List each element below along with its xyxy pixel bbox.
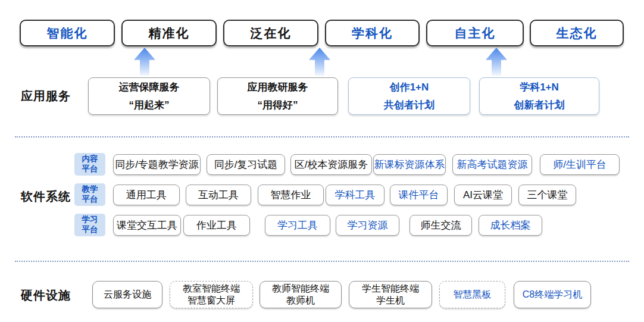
app-box-line1: 学科1+N — [520, 80, 559, 94]
software-box: 新高考试题资源 — [452, 154, 532, 175]
app-box-line1: 应用教研服务 — [248, 80, 308, 94]
trend-label: 泛在化 — [251, 25, 292, 42]
software-box-label: 师生交流 — [421, 218, 461, 232]
software-box-label: 互动工具 — [198, 188, 239, 202]
software-box: 区/校本资源服务 — [290, 154, 372, 175]
app-box-line1: 创作1+N — [390, 80, 429, 94]
hw-box-line1: C8终端学习机 — [523, 289, 582, 301]
app-box-line2: 创新者计划 — [514, 98, 565, 112]
app-service-box-3: 创作1+N 共创者计划 — [348, 77, 470, 115]
software-box: 作业工具 — [183, 215, 250, 236]
app-box-line2: 共创者计划 — [384, 98, 434, 112]
trend-label: 自主化 — [455, 25, 496, 42]
tag-line2: 平台 — [82, 225, 98, 235]
software-box-label: 同步/复习试题 — [214, 158, 278, 171]
trend-label: 精准化 — [149, 25, 190, 42]
trend-box-3: 泛在化 — [223, 20, 318, 46]
section-label-software: 软件系统 — [21, 189, 71, 205]
app-box-line1: 运营保障服务 — [119, 80, 180, 94]
software-box: 智慧作业 — [258, 185, 324, 205]
hw-box-line2: 智慧窗大屏 — [187, 295, 235, 307]
trend-label: 学科化 — [352, 25, 393, 42]
hardware-box-4: 学生智能终端 学生机 — [349, 281, 432, 308]
trend-label: 智能化 — [47, 25, 88, 42]
software-box-label: 课堂交互工具 — [117, 218, 177, 232]
section-divider — [15, 261, 629, 262]
hw-box-line1: 教师智能终端 — [272, 283, 329, 295]
tag-line1: 学习 — [82, 215, 98, 225]
hardware-box-6: C8终端学习机 — [514, 281, 591, 308]
trend-box-2: 精准化 — [121, 20, 217, 46]
software-box-label: 区/校本资源服务 — [295, 158, 368, 171]
hw-box-line1: 云服务设施 — [104, 289, 151, 301]
software-box-label: 学科工具 — [335, 188, 376, 202]
software-box-label: 新高考试题资源 — [457, 158, 528, 171]
software-box-label: 同步/专题教学资源 — [115, 158, 199, 171]
hw-box-line1: 学生智能终端 — [362, 283, 419, 295]
software-box: 通用工具 — [113, 185, 180, 205]
tag-line1: 内容 — [82, 154, 98, 164]
software-box: 三个课堂 — [518, 185, 576, 205]
hw-box-line1: 教室智能终端 — [183, 283, 240, 295]
platform-tag-teaching: 教学 平台 — [74, 183, 105, 206]
section-label-hardware: 硬件设施 — [21, 287, 71, 304]
up-arrow-icon — [486, 48, 507, 76]
tag-line1: 教学 — [82, 185, 98, 195]
architecture-diagram: 智能化 精准化 泛在化 学科化 自主化 生态化 应用服务 运营保障服务 “用起来… — [0, 0, 644, 322]
software-box-label: 师/生训平台 — [553, 158, 607, 171]
software-box: AI云课堂 — [454, 185, 512, 205]
software-box: 师/生训平台 — [540, 154, 620, 175]
trend-label: 生态化 — [557, 25, 598, 42]
hw-box-line2: 学生机 — [376, 295, 405, 307]
app-service-box-1: 运营保障服务 “用起来” — [88, 77, 210, 115]
platform-tag-learning: 学习 平台 — [74, 214, 105, 236]
software-box: 课堂交互工具 — [113, 215, 181, 236]
section-label-app-services: 应用服务 — [21, 88, 71, 104]
software-box: 学习工具 — [265, 215, 330, 236]
section-divider — [15, 136, 629, 137]
software-box: 成长档案 — [479, 215, 542, 236]
software-box-label: 学习资源 — [348, 218, 388, 232]
software-box-label: AI云课堂 — [463, 188, 503, 202]
app-box-line2: “用得好” — [258, 98, 298, 112]
platform-tag-content: 内容 平台 — [74, 153, 105, 176]
software-box: 同步/复习试题 — [207, 154, 285, 175]
hardware-box-1: 云服务设施 — [92, 281, 162, 308]
software-box: 课件平台 — [390, 185, 448, 205]
software-box-label: 课件平台 — [399, 188, 439, 202]
software-box: 学科工具 — [326, 185, 384, 205]
tag-line2: 平台 — [82, 195, 98, 205]
up-arrow-icon — [309, 48, 330, 76]
software-box-label: 作业工具 — [196, 218, 237, 232]
software-box-label: 新课标资源体系 — [374, 158, 445, 171]
app-service-box-4: 学科1+N 创新者计划 — [479, 77, 599, 115]
software-box: 互动工具 — [186, 185, 251, 205]
software-box-label: 学习工具 — [277, 218, 318, 232]
app-service-box-2: 应用教研服务 “用得好” — [217, 77, 338, 115]
software-box-label: 成长档案 — [490, 218, 531, 232]
software-box: 新课标资源体系 — [373, 154, 446, 175]
trend-box-6: 生态化 — [530, 20, 624, 46]
trend-box-1: 智能化 — [20, 20, 115, 46]
hardware-box-3: 教师智能终端 教师机 — [260, 281, 342, 308]
hardware-box-5: 智慧黑板 — [439, 281, 505, 308]
tag-line2: 平台 — [82, 164, 98, 174]
app-box-line2: “用起来” — [129, 98, 170, 112]
software-box: 师生交流 — [409, 215, 472, 236]
software-box-label: 智慧作业 — [271, 188, 311, 202]
up-arrow-icon — [134, 48, 155, 76]
software-box-label: 三个课堂 — [527, 188, 568, 202]
hw-box-line2: 教师机 — [286, 295, 315, 307]
hardware-box-2: 教室智能终端 智慧窗大屏 — [170, 281, 253, 308]
software-box: 学习资源 — [336, 215, 399, 236]
trend-box-4: 学科化 — [325, 20, 420, 46]
software-box: 同步/专题教学资源 — [113, 154, 201, 175]
hw-box-line1: 智慧黑板 — [454, 289, 492, 301]
software-box-label: 通用工具 — [126, 188, 167, 202]
trend-box-5: 自主化 — [426, 20, 524, 46]
